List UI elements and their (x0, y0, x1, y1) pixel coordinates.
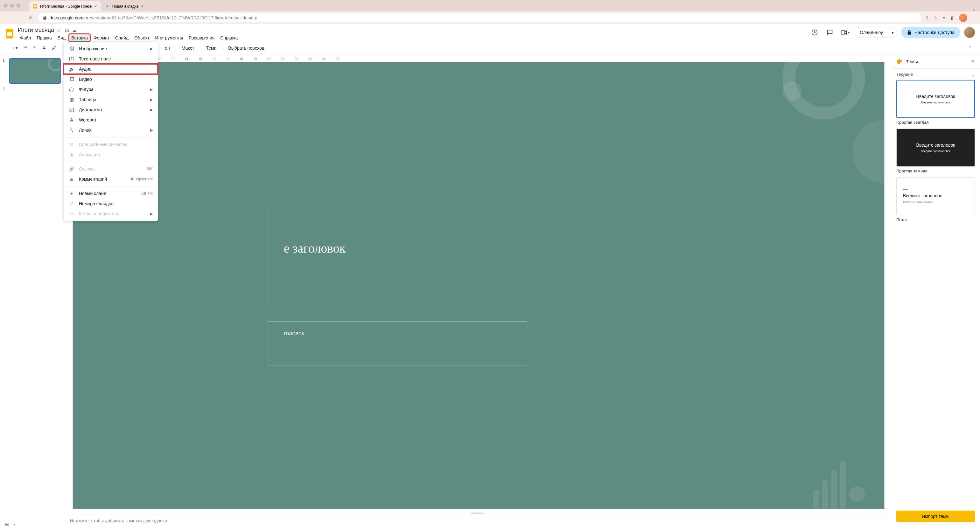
insert-textbox[interactable]: 🅃 Текстовое поле (64, 54, 158, 64)
bookmark-icon[interactable]: ☆ (934, 15, 938, 21)
insert-slide-numbers[interactable]: # Номера слайдов (64, 199, 158, 209)
menu-insert[interactable]: Вставка (69, 34, 90, 42)
insert-animation: ◉ Анимация (64, 150, 158, 160)
omega-icon: Ω (69, 142, 75, 147)
slide-panel: 1 2 (0, 54, 64, 527)
tab-title: Новая вкладка (112, 4, 139, 9)
insert-shape[interactable]: ◯ Фигура ▶ (64, 84, 158, 94)
slide-thumbnail-1[interactable] (9, 58, 61, 84)
print-button[interactable]: 🖶 (40, 44, 49, 52)
image-icon: 🖼 (69, 46, 75, 51)
menu-format[interactable]: Формат (91, 34, 112, 42)
video-icon: 🎞 (69, 76, 75, 82)
themes-list: Введите заголовок Введите подзаголовок П… (891, 80, 980, 508)
explore-button[interactable]: ⊞ (5, 522, 9, 527)
browser-tab-new[interactable]: Новая вкладка × (101, 1, 148, 11)
sidepanel-icon[interactable]: ◧ (950, 15, 955, 21)
menu-object[interactable]: Объект (132, 34, 152, 42)
import-theme-button[interactable]: Импорт темы (896, 511, 975, 522)
speaker-notes[interactable]: Нажмите, чтобы добавить заметки докладчи… (64, 514, 891, 527)
menu-file[interactable]: Файл (18, 34, 33, 42)
forward-button[interactable]: → (15, 14, 23, 22)
browser-tabs: Итоги месяца - Google Презе × Новая вкла… (0, 0, 980, 11)
back-button[interactable]: ← (4, 14, 11, 22)
document-title[interactable]: Итоги месяца (18, 27, 54, 33)
redo-button[interactable]: ↷ (30, 44, 39, 52)
extensions-icon[interactable]: ✦ (942, 15, 946, 21)
insert-wordart[interactable]: A Word Art (64, 115, 158, 125)
theme-button[interactable]: Тема (203, 44, 220, 53)
separator (200, 45, 200, 51)
insert-image[interactable]: 🖼 Изображение ▶ (64, 44, 158, 54)
comments-button[interactable] (824, 27, 835, 38)
share-icon[interactable]: ⇪ (925, 15, 929, 21)
subtitle-placeholder[interactable]: головок (284, 330, 304, 337)
slides-logo-icon[interactable] (4, 28, 15, 40)
background-button[interactable]: он (162, 44, 173, 53)
slide-canvas[interactable]: е заголовок головок (73, 62, 885, 509)
menu-edit[interactable]: Правка (34, 34, 54, 42)
insert-line[interactable]: ╲ Линия ▶ (64, 125, 158, 135)
traffic-minimize[interactable] (10, 4, 14, 8)
undo-button[interactable]: ↶ (21, 44, 30, 52)
insert-chart[interactable]: 📊 Диаграмма ▶ (64, 105, 158, 115)
close-icon[interactable]: × (141, 4, 143, 9)
url-field[interactable]: docs.google.com/presentation/d/1-qp78zwC… (38, 13, 921, 22)
separator (222, 45, 223, 51)
meet-button[interactable]: ▾ (839, 27, 851, 38)
theme-label: Простая светлая (896, 118, 975, 126)
slideshow-dropdown[interactable]: ▾ (888, 27, 897, 38)
share-button[interactable]: Настройки Доступа (901, 27, 960, 38)
profile-avatar[interactable] (959, 14, 967, 22)
chrome-icon (105, 4, 110, 9)
theme-simple-dark[interactable]: Введите заголовок Введите подзаголовок (896, 129, 975, 167)
video-icon (840, 29, 847, 36)
insert-new-slide[interactable]: + Новый слайд Ctrl+M (64, 188, 158, 199)
close-icon[interactable]: ✕ (971, 59, 975, 64)
menu-view[interactable]: Вид (56, 34, 68, 42)
close-icon[interactable]: × (94, 4, 97, 9)
history-button[interactable] (809, 27, 820, 38)
slideshow-main[interactable]: Слайд-шоу (855, 27, 888, 38)
slide-thumbnail-2[interactable] (9, 87, 61, 112)
traffic-close[interactable] (4, 4, 8, 8)
layout-button[interactable]: Макет (178, 44, 197, 53)
reload-button[interactable]: ⟳ (27, 14, 34, 22)
chevron-right-icon: ▶ (150, 212, 153, 216)
tabs-overflow-button[interactable]: ⌄ (972, 6, 976, 11)
theme-simple-light[interactable]: Введите заголовок Введите подзаголовок (896, 80, 975, 118)
cloud-icon[interactable]: ☁ (72, 28, 77, 33)
collapse-panel-button[interactable]: ‹ (14, 522, 16, 527)
menu-help[interactable]: Справка (218, 34, 240, 42)
traffic-maximize[interactable] (16, 4, 21, 8)
themes-sidebar: Темы ✕ Текущие ⌄ Введите заголовок Введи… (891, 54, 980, 527)
insert-video[interactable]: 🎞 Видео (64, 74, 158, 84)
title-placeholder[interactable]: е заголовок (284, 241, 345, 256)
account-avatar[interactable] (964, 27, 975, 38)
transition-button[interactable]: Выбрать переход (225, 44, 267, 53)
move-icon[interactable]: 🗀 (65, 28, 69, 33)
theme-flow[interactable]: Введите заголовок Введите подзаголовок (896, 177, 975, 215)
separator (64, 162, 158, 162)
star-icon[interactable]: ☆ (57, 28, 61, 33)
insert-audio[interactable]: 🔊 Аудио (64, 64, 158, 74)
new-slide-button[interactable]: + ▾ (10, 44, 21, 52)
new-tab-button[interactable]: + (150, 4, 158, 11)
theme-label: Простая темная (896, 167, 975, 175)
separator (176, 45, 176, 51)
menu-icon[interactable]: ⋮ (972, 15, 976, 21)
browser-tab-slides[interactable]: Итоги месяца - Google Презе × (29, 1, 101, 11)
themes-section-current[interactable]: Текущие ⌄ (891, 69, 980, 80)
separator (64, 137, 158, 137)
collapse-toolbar-button[interactable]: ⌃ (965, 44, 975, 52)
menu-tools[interactable]: Инструменты (153, 34, 185, 42)
chevron-down-icon: ⌄ (971, 72, 975, 77)
menu-slide[interactable]: Слайд (113, 34, 131, 42)
url-actions: ⇪ ☆ ✦ ◧ ⋮ (925, 14, 976, 22)
insert-comment[interactable]: ⊞ Комментарий ⌘+Option+M (64, 174, 158, 184)
menu-extensions[interactable]: Расширения (186, 34, 217, 42)
share-label: Настройки Доступа (915, 30, 955, 35)
paint-format-button[interactable]: 🖌 (49, 44, 59, 52)
insert-table[interactable]: ▦ Таблица ▶ (64, 94, 158, 105)
ruler-horizontal: 5678910111213141516171819202122232425 (64, 54, 891, 61)
